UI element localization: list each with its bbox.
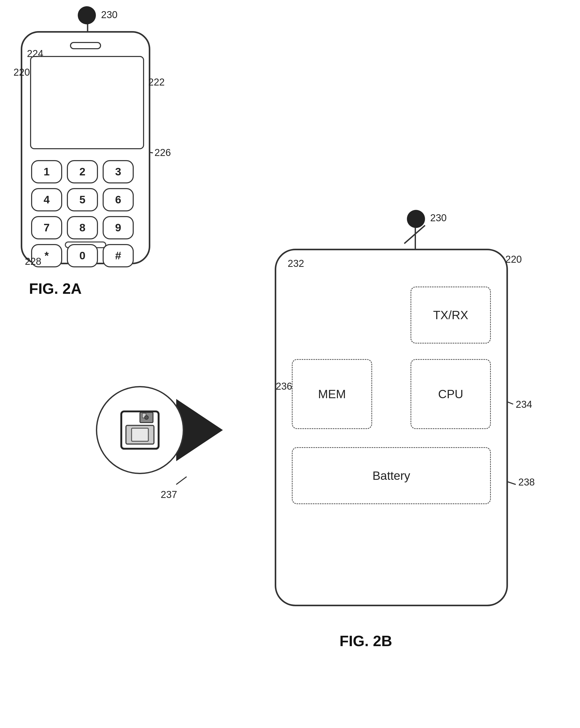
fig2b-title: FIG. 2B (339, 632, 392, 650)
label-222-2a: 222 (148, 77, 165, 88)
key-1[interactable]: 1 (31, 160, 62, 183)
key-4[interactable]: 4 (31, 188, 62, 211)
key-5[interactable]: 5 (67, 188, 98, 211)
diagram-container: 230 1 2 3 4 5 6 7 8 9 * 0 # 220 224 222 … (0, 0, 580, 728)
label-220-2a: 220 (14, 67, 30, 78)
key-0[interactable]: 0 (67, 244, 98, 267)
svg-rect-15 (132, 428, 149, 441)
antenna-circle-2b (407, 210, 425, 228)
phone-speaker (70, 42, 101, 49)
device-body-2b: TX/RX MEM CPU Battery (275, 249, 508, 606)
label-224-2a: 224 (27, 48, 43, 59)
key-3[interactable]: 3 (103, 160, 134, 183)
key-8[interactable]: 8 (67, 216, 98, 239)
module-cpu: CPU (410, 359, 491, 429)
module-battery: Battery (292, 447, 491, 504)
key-hash[interactable]: # (103, 244, 134, 267)
key-7[interactable]: 7 (31, 216, 62, 239)
label-220-2b: 220 (505, 254, 522, 265)
label-230-2a: 230 (101, 9, 118, 21)
label-232-2b: 232 (288, 258, 304, 269)
label-237-2b: 237 (161, 489, 177, 500)
key-6[interactable]: 6 (103, 188, 134, 211)
phone-screen (30, 56, 144, 149)
module-mem: MEM (292, 359, 372, 429)
antenna-circle-2a (78, 6, 96, 24)
label-228-2a: 228 (25, 256, 41, 267)
key-9[interactable]: 9 (103, 216, 134, 239)
module-txrx: TX/RX (410, 287, 491, 343)
svg-point-18 (145, 416, 148, 419)
fig2a-title: FIG. 2A (29, 280, 82, 297)
key-2[interactable]: 2 (67, 160, 98, 183)
label-230-2b: 230 (430, 212, 447, 224)
svg-line-12 (176, 477, 186, 485)
label-234-2b: 234 (516, 399, 532, 410)
floppy-disk-icon (117, 407, 163, 453)
label-226-2a: 226 (154, 147, 171, 158)
floppy-circle (96, 386, 184, 474)
label-236-2b: 236 (276, 381, 292, 392)
label-238-2b: 238 (518, 477, 535, 488)
